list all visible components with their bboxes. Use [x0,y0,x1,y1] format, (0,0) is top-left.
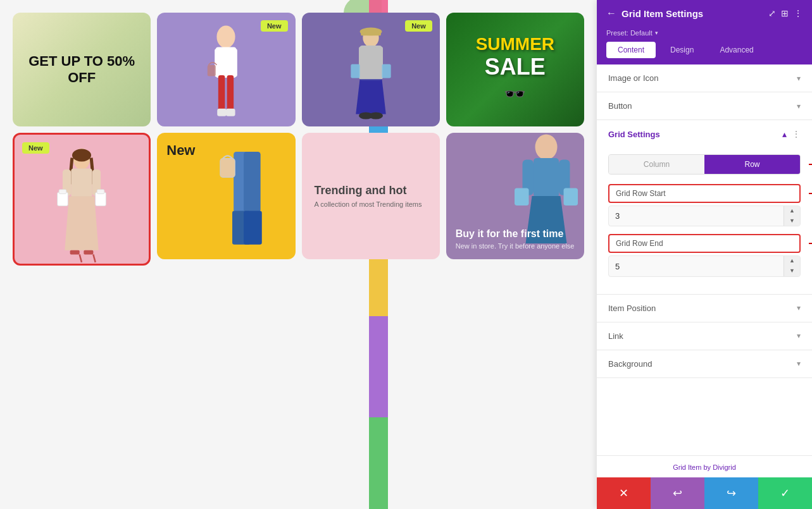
confirm-button[interactable]: ✓ [758,477,812,509]
back-icon[interactable]: ← [606,8,616,19]
fashion-item-2[interactable]: New [302,13,440,126]
accordion-background-header[interactable]: Background ▾ [597,350,812,377]
grid-settings-more[interactable]: ⋮ [792,129,801,139]
accordion-background-chevron: ▾ [797,359,801,368]
summer-sale-text: SALE [476,54,554,80]
accordion-background: Background ▾ [597,350,812,378]
svg-rect-58 [563,188,578,206]
accordion-button-header[interactable]: Button ▾ [597,92,812,120]
svg-rect-20 [226,109,235,116]
accordion-button: Button ▾ [597,92,812,120]
column-row-toggle: Column Row [608,154,801,175]
accordion-item-position-header[interactable]: Item Position ▾ [597,295,812,322]
promo-text: GET UP TO 50% OFF [13,40,151,99]
row-end-annotation-arrow [809,240,812,247]
buy-first-subtitle: New in store. Try it before anyone else [456,242,575,250]
columns-icon[interactable]: ⊞ [781,8,789,18]
grid-row-start-input[interactable] [609,207,784,225]
fashion-figure-2 [319,27,423,126]
grid-row-start-up[interactable]: ▲ [784,206,800,216]
more-icon[interactable]: ⋮ [794,8,803,18]
fashion-figure-tall [25,147,139,264]
grid-row-end-label-box: Grid Row End [608,234,801,253]
badge-new-pink: New [22,142,49,154]
preset-bar: Preset: Default ▾ [597,27,812,42]
grid-row-start-field: Grid Row Start ▲ ▼ [608,184,801,226]
sunglasses-icon: 🕶️ [476,83,554,104]
svg-rect-32 [382,64,390,78]
svg-point-34 [72,149,91,162]
svg-rect-57 [515,188,529,206]
accordion-background-label: Background [608,359,652,369]
toggle-row-btn[interactable]: Row [704,155,800,174]
promo-item[interactable]: GET UP TO 50% OFF [13,13,151,126]
svg-rect-40 [96,192,106,206]
grid-settings-label: Grid Settings [608,130,660,139]
svg-rect-11 [369,316,388,417]
panel-content: Image or Icon ▾ Button ▾ Grid Settings ▴… [597,64,812,455]
grid-area: GET UP TO 50% OFF New [0,0,597,509]
svg-rect-39 [59,190,66,194]
panel-header: ← Grid Item Settings ⤢ ⊞ ⋮ [597,0,812,27]
svg-rect-35 [71,169,92,198]
summer-sale-item[interactable]: SUMMER SALE 🕶️ [446,13,584,126]
svg-line-44 [80,255,82,263]
summer-title: SUMMER [476,35,554,54]
grid-row-end-input[interactable] [609,257,784,276]
accordion-image-icon-label: Image or Icon [608,73,659,83]
svg-rect-45 [84,250,93,255]
expand-icon[interactable]: ⤢ [768,8,776,18]
grid-row-end-field: Grid Row End ▲ ▼ [608,234,801,276]
accordion-item-position-label: Item Position [608,304,656,313]
toggle-column-btn[interactable]: Column [609,155,704,174]
tab-design[interactable]: Design [659,42,705,58]
panel-footer: Grid Item by Divigrid [597,455,812,477]
fashion-item-1[interactable]: New [157,13,295,126]
svg-line-46 [93,255,95,263]
grid-settings-icons: ▴ ⋮ [782,129,801,139]
tab-advanced[interactable]: Advanced [708,42,765,58]
grid-settings-section: Grid Settings ▴ ⋮ Column Row [597,120,812,295]
svg-rect-17 [218,75,225,111]
svg-rect-51 [220,159,235,178]
accordion-link-header[interactable]: Link ▾ [597,322,812,350]
redo-button[interactable]: ↪ [704,477,758,509]
settings-panel: ← Grid Item Settings ⤢ ⊞ ⋮ Preset: Defau… [597,0,812,509]
buy-first-title: Buy it for the first time [456,228,575,240]
svg-rect-27 [375,46,383,78]
svg-rect-43 [70,250,80,255]
grid-row-end-down[interactable]: ▼ [784,266,800,276]
yellow-new-item[interactable]: New [157,133,295,259]
grid-row-start-spinner: ▲ ▼ [784,206,800,226]
accordion-image-icon-header[interactable]: Image or Icon ▾ [597,64,812,92]
cancel-button[interactable]: ✕ [597,477,651,509]
footer-credit-link[interactable]: Grid Item by Divigrid [673,463,736,471]
toggle-annotation-arrow [809,161,812,168]
grid-settings-header[interactable]: Grid Settings ▴ ⋮ [597,120,812,148]
grid-row-end-label: Grid Row End [616,239,663,248]
accordion-image-icon-chevron: ▾ [797,74,801,83]
fashion-figure-1 [171,24,282,126]
svg-point-52 [535,135,557,160]
accordion-image-icon: Image or Icon ▾ [597,64,812,92]
yellow-item-figure [199,152,296,259]
svg-rect-24 [361,29,381,35]
buy-first-item[interactable]: Buy it for the first time New in store. … [446,133,584,259]
undo-button[interactable]: ↩ [651,477,704,509]
grid-settings-body: Column Row Grid Row Start [597,148,812,294]
tab-content[interactable]: Content [606,42,656,58]
grid-row-start-down[interactable]: ▼ [784,216,800,226]
grid-row-end-up[interactable]: ▲ [784,256,800,266]
trending-item[interactable]: Trending and hot A collection of most Tr… [302,133,440,259]
svg-point-13 [217,25,235,48]
svg-rect-41 [97,190,104,194]
grid-settings-chevron-up[interactable]: ▴ [782,129,787,139]
svg-rect-21 [208,65,216,77]
pink-fashion-item[interactable]: New [13,133,151,266]
svg-rect-53 [534,158,559,198]
panel-title: Grid Item Settings [621,8,703,19]
accordion-link: Link ▾ [597,322,812,350]
preset-chevron[interactable]: ▾ [655,30,658,36]
accordion-link-label: Link [608,331,623,341]
svg-rect-38 [58,192,68,206]
